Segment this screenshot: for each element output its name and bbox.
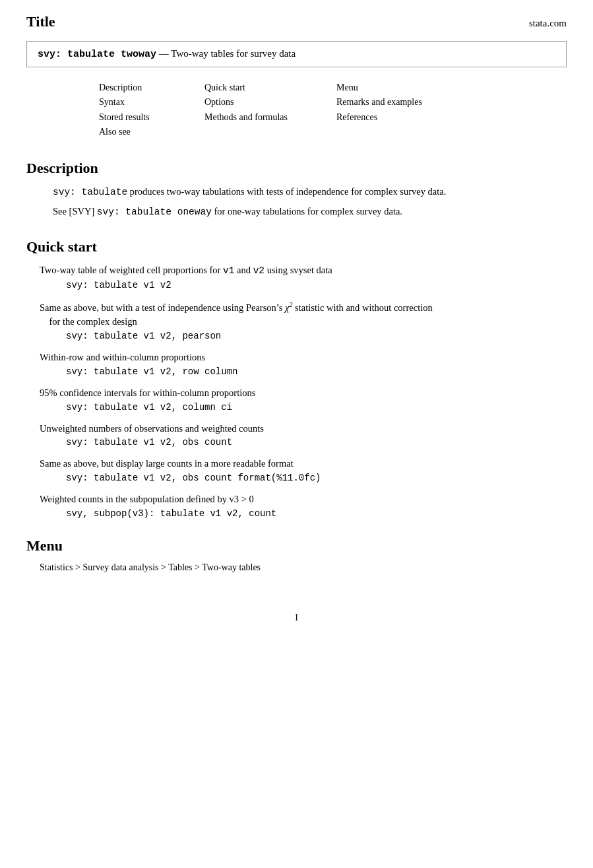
menu-statistics: Statistics [40, 562, 73, 572]
qs-label-6: Same as above, but display large counts … [40, 457, 567, 471]
page-header: Title stata.com [26, 13, 567, 30]
nav-link-menu[interactable]: Menu [336, 81, 482, 95]
qs-code-5: svy: tabulate v1 v2, obs count [66, 437, 567, 448]
nav-col2: Quick start Options Methods and formulas [204, 81, 336, 140]
menu-twoway: Two-way tables [202, 562, 261, 572]
description-svy: svy: tabulate [53, 187, 127, 197]
stata-website: stata.com [529, 18, 567, 29]
qs-label-4: 95% confidence intervals for within-colu… [40, 386, 567, 401]
menu-arrow-3: > [195, 562, 202, 572]
qs-label-3: Within-row and within-column proportions [40, 351, 567, 365]
nav-link-stored-results[interactable]: Stored results [99, 110, 204, 125]
quick-start-heading: Quick start [26, 238, 567, 255]
description-see-post: for one-way tabulations for complex surv… [212, 206, 402, 217]
qs-label-5: Unweighted numbers of observations and w… [40, 422, 567, 436]
menu-heading: Menu [26, 537, 567, 554]
description-para1: svy: tabulate produces two-way tabulatio… [53, 185, 567, 200]
description-heading: Description [26, 160, 567, 177]
description-text1: produces two-way tabulations with tests … [130, 186, 447, 197]
qs-code-7: svy, subpop(v3): tabulate v1 v2, count [66, 508, 567, 519]
quick-start-section: Quick start Two-way table of weighted ce… [26, 238, 567, 519]
description-see: See [SVY] [53, 206, 97, 217]
page-footer: 1 [26, 613, 567, 623]
description-section: Description svy: tabulate produces two-w… [26, 160, 567, 220]
title-description: Two-way tables for survey data [171, 48, 296, 59]
page-number: 1 [294, 613, 299, 622]
qs-code-3: svy: tabulate v1 v2, row column [66, 366, 567, 377]
description-oneway-cmd: svy: tabulate oneway [97, 207, 212, 217]
page-title: Title [26, 13, 55, 30]
nav-link-also-see[interactable]: Also see [99, 125, 204, 139]
menu-survey: Survey data analysis [82, 562, 158, 572]
menu-arrow-2: > [161, 562, 168, 572]
qs-item-4: 95% confidence intervals for within-colu… [26, 386, 567, 413]
nav-link-references[interactable]: References [336, 110, 482, 125]
nav-link-options[interactable]: Options [204, 95, 336, 110]
menu-path: Statistics > Survey data analysis > Tabl… [40, 562, 567, 573]
qs-item-6: Same as above, but display large counts … [26, 457, 567, 483]
title-box: svy: tabulate twoway — Two-way tables fo… [26, 41, 567, 67]
qs-item-3: Within-row and within-column proportions… [26, 351, 567, 377]
nav-link-quick-start[interactable]: Quick start [204, 81, 336, 95]
nav-link-syntax[interactable]: Syntax [99, 95, 204, 110]
qs-code-4: svy: tabulate v1 v2, column ci [66, 402, 567, 413]
nav-link-methods[interactable]: Methods and formulas [204, 110, 336, 125]
qs-label-7: Weighted counts in the subpopulation def… [40, 492, 567, 507]
qs-item-7: Weighted counts in the subpopulation def… [26, 492, 567, 519]
qs-code-6: svy: tabulate v1 v2, obs count format(%1… [66, 473, 567, 483]
nav-table: Description Syntax Stored results Also s… [99, 81, 567, 140]
description-para2: See [SVY] svy: tabulate oneway for one-w… [53, 205, 567, 220]
menu-section: Menu Statistics > Survey data analysis >… [26, 537, 567, 573]
qs-label-1: Two-way table of weighted cell proportio… [40, 263, 567, 279]
qs-label-2: Same as above, but with a test of indepe… [40, 300, 567, 329]
nav-col1: Description Syntax Stored results Also s… [99, 81, 204, 140]
qs-item-1: Two-way table of weighted cell proportio… [26, 263, 567, 290]
title-box-text: svy: tabulate twoway — Two-way tables fo… [38, 48, 296, 59]
qs-item-2: Same as above, but with a test of indepe… [26, 300, 567, 341]
menu-arrow-1: > [75, 562, 82, 572]
qs-code-1: svy: tabulate v1 v2 [66, 280, 567, 290]
title-cmd: svy: tabulate twoway [38, 49, 156, 60]
qs-code-2: svy: tabulate v1 v2, pearson [66, 331, 567, 341]
nav-link-remarks[interactable]: Remarks and examples [336, 95, 482, 110]
nav-link-description[interactable]: Description [99, 81, 204, 95]
qs-item-5: Unweighted numbers of observations and w… [26, 422, 567, 448]
title-separator: — [156, 48, 171, 59]
menu-tables: Tables [168, 562, 192, 572]
nav-col3: Menu Remarks and examples References [336, 81, 482, 140]
